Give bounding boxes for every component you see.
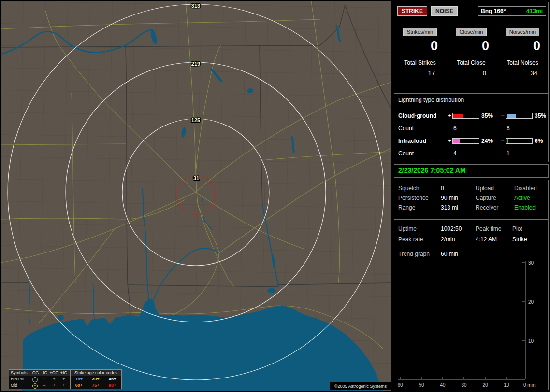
plus-sign: + bbox=[447, 138, 452, 144]
settings-row: Squelch 0 Upload Disabled bbox=[394, 183, 548, 193]
recent-neg-cg-icon: − bbox=[32, 377, 38, 382]
minus-sign: − bbox=[500, 112, 506, 119]
lightning-map[interactable]: 313 219 125 31 Symbols -CG -IC +CG +IC R… bbox=[1, 1, 391, 391]
x-tick-40: 40 bbox=[440, 382, 446, 388]
persistence-value: 90 min bbox=[441, 195, 476, 201]
bearing-value: 413mi bbox=[526, 8, 543, 14]
recent-row-label: Recent bbox=[9, 376, 30, 382]
y-tick-20: 20 bbox=[528, 299, 534, 305]
neg-ic-header: -IC bbox=[40, 370, 49, 376]
total-strikes-value: 17 bbox=[394, 70, 446, 77]
peak-rate-value: 2/min bbox=[441, 236, 476, 243]
recent-neg-ic-icon: − bbox=[40, 376, 49, 382]
status-row: Uptime 1002:50 Peak time Plot bbox=[394, 224, 548, 234]
plot-value: Strike bbox=[512, 236, 548, 243]
peak-rate-label: Peak rate bbox=[398, 236, 441, 243]
trend-graph-label: Trend graph bbox=[398, 251, 441, 257]
age-30: 30+ bbox=[87, 376, 104, 382]
cg-positive-count: 6 bbox=[452, 125, 479, 132]
ic-positive-bar bbox=[452, 138, 479, 144]
settings-row: Persistence 90 min Capture Active bbox=[394, 193, 548, 203]
bearing-readout: Bng 166° 413mi bbox=[478, 6, 546, 16]
x-tick-30: 30 bbox=[461, 382, 467, 388]
squelch-label: Squelch bbox=[398, 185, 441, 192]
capture-status: Active bbox=[514, 195, 548, 201]
cg-negative-bar bbox=[506, 113, 533, 119]
age-90: 90+ bbox=[104, 382, 121, 389]
ring-label-219: 219 bbox=[191, 61, 200, 67]
noises-column: Noises/min 0 Total Noises 34 bbox=[497, 28, 548, 77]
noises-per-min-value: 0 bbox=[497, 39, 548, 54]
total-noises-label: Total Noises bbox=[497, 59, 548, 66]
cloud-ground-count-row: Count 6 6 bbox=[394, 122, 548, 135]
x-tick-60: 60 bbox=[397, 382, 403, 388]
neg-cg-header: -CG bbox=[30, 370, 40, 376]
symbols-legend: Symbols -CG -IC +CG +IC Recent − − + + O… bbox=[9, 370, 70, 389]
ic-positive-pct: 24% bbox=[479, 138, 500, 144]
intracloud-count-row: Count 4 1 bbox=[394, 147, 548, 160]
minus-sign: − bbox=[500, 138, 506, 144]
close-column: Close/min 0 Total Close 0 bbox=[446, 28, 497, 77]
x-tick-10: 10 bbox=[504, 382, 509, 388]
map-canvas[interactable]: 313 219 125 31 bbox=[1, 1, 391, 391]
divider bbox=[394, 93, 548, 94]
ring-label-31: 31 bbox=[193, 175, 199, 181]
trend-axes bbox=[398, 261, 525, 379]
peak-time-label: Peak time bbox=[476, 225, 512, 232]
noise-button[interactable]: NOISE bbox=[431, 6, 458, 16]
recent-pos-ic-icon: + bbox=[59, 376, 69, 382]
close-per-min-button[interactable]: Close/min bbox=[456, 28, 487, 36]
y-tick-10: 10 bbox=[528, 338, 534, 344]
ring-label-313: 313 bbox=[191, 3, 200, 9]
age-60: 60+ bbox=[71, 382, 87, 389]
distribution-table: Cloud-ground + 35% − 35% Count 6 6 Intra… bbox=[394, 110, 548, 160]
uptime-value: 1002:50 bbox=[441, 225, 476, 232]
plot-label: Plot bbox=[512, 225, 548, 232]
strikes-per-min-button[interactable]: Strikes/min bbox=[403, 28, 437, 36]
range-value: 313 mi bbox=[441, 204, 476, 211]
symbols-title: Symbols bbox=[9, 370, 30, 376]
ic-negative-count: 1 bbox=[506, 150, 533, 157]
ic-positive-count: 4 bbox=[452, 150, 479, 157]
datetime-box: 2/23/2026 7:05:02 AM bbox=[394, 164, 549, 178]
age-codes-title: Strike age color codes bbox=[71, 370, 121, 376]
datetime-display: 2/23/2026 7:05:02 AM bbox=[394, 165, 548, 176]
cloud-ground-row: Cloud-ground + 35% − 35% bbox=[394, 110, 548, 122]
peak-time-value: 4:12 AM bbox=[476, 236, 512, 243]
age-75: 75+ bbox=[87, 382, 104, 389]
status-row: Peak rate 2/min 4:12 AM Strike bbox=[394, 234, 548, 245]
strikes-column: Strikes/min 0 Total Strikes 17 bbox=[394, 28, 446, 77]
range-label: Range bbox=[398, 204, 441, 211]
upload-label: Upload bbox=[476, 185, 514, 192]
strikes-per-min-value: 0 bbox=[394, 39, 446, 54]
total-close-label: Total Close bbox=[446, 59, 497, 66]
intracloud-row: Intracloud + 24% − 6% bbox=[394, 135, 548, 147]
settings-box: Squelch 0 Upload Disabled Persistence 90… bbox=[394, 180, 549, 220]
old-pos-ic-icon: + bbox=[59, 382, 69, 389]
ring-label-125: 125 bbox=[191, 117, 200, 123]
old-neg-cg-icon: − bbox=[32, 383, 38, 389]
ic-negative-bar bbox=[506, 138, 533, 144]
old-neg-ic-icon: − bbox=[40, 382, 49, 389]
intracloud-label: Intracloud bbox=[398, 138, 447, 144]
trend-graph: 30 20 10 60 50 40 30 20 10 0 min bbox=[394, 259, 549, 389]
close-per-min-value: 0 bbox=[446, 39, 497, 54]
ic-negative-pct: 6% bbox=[533, 138, 548, 144]
bearing-label: Bng 166° bbox=[481, 8, 506, 14]
noises-per-min-button[interactable]: Noises/min bbox=[506, 28, 539, 36]
receiver-label: Receiver bbox=[476, 204, 514, 211]
cg-negative-pct: 35% bbox=[533, 112, 548, 119]
pos-cg-header: +CG bbox=[49, 370, 59, 376]
pos-ic-header: +IC bbox=[59, 370, 69, 376]
copyright-notice: ©2005 Astrogenic Systems bbox=[330, 382, 391, 390]
total-noises-value: 34 bbox=[497, 70, 548, 77]
old-pos-cg-icon: + bbox=[49, 382, 59, 389]
x-tick-20: 20 bbox=[482, 382, 488, 388]
origin-label: 0 min bbox=[523, 382, 535, 388]
strike-button[interactable]: STRIKE bbox=[397, 6, 427, 16]
distribution-title: Lightning type distribution bbox=[394, 97, 548, 106]
uptime-label: Uptime bbox=[398, 225, 441, 232]
total-strikes-label: Total Strikes bbox=[394, 59, 446, 66]
count-label: Count bbox=[398, 125, 447, 132]
count-label: Count bbox=[398, 150, 447, 157]
